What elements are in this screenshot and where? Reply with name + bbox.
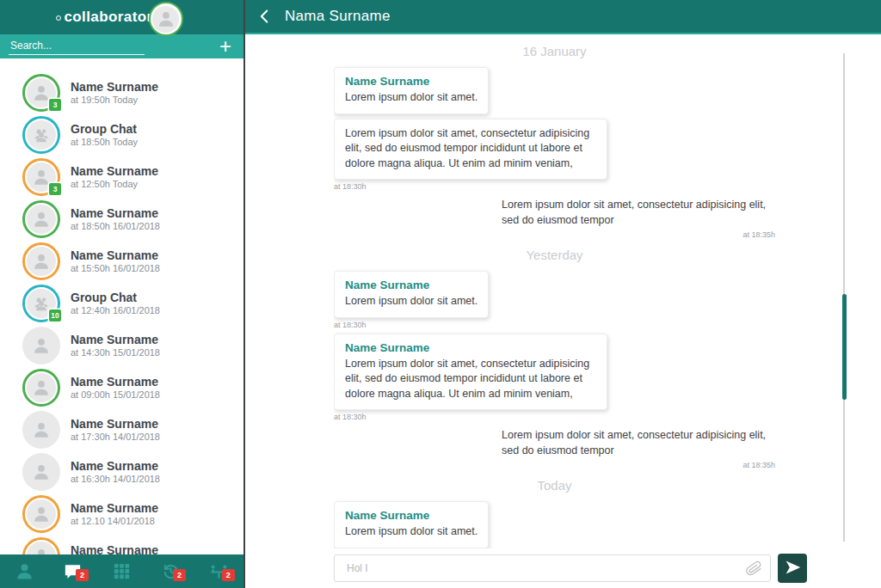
date-separator: Yesterday (334, 248, 775, 262)
message-sender: Name Surname (345, 75, 477, 88)
contact-name: Name Surname (71, 80, 158, 95)
message-bubble: Name SurnameLorem ipsum dolor sit amet. (334, 501, 489, 548)
contact-list-item-group[interactable]: 10Group Chatat 12:40h 16/01/2018 (0, 282, 243, 324)
search-bar: + (0, 34, 243, 58)
contact-list-item[interactable]: Name Surnameat 14:30h 15/01/2018 (0, 324, 243, 366)
contact-list-item[interactable]: Name Surnameat 17:30h 14/01/2018 (0, 408, 243, 450)
contact-avatar (22, 327, 60, 364)
contact-info: Name Surnameat 15:50h 16/01/2018 (71, 248, 160, 274)
date-separator: 16 January (334, 44, 775, 58)
notification-badge: 2 (173, 569, 186, 581)
contact-name: Name Surname (71, 459, 160, 474)
contact-list-item[interactable]: 3Name Surnameat 19:50h Today (0, 71, 243, 113)
contact-list-item[interactable]: Name Surnameat 16:30h 14/01/2018 (0, 450, 243, 493)
chevron-left-icon (256, 7, 278, 26)
message-timestamp: at 18:30h (334, 321, 775, 329)
chat-scrollbar-thumb[interactable] (842, 294, 847, 400)
contact-info: Group Chatat 12:40h 16/01/2018 (71, 291, 160, 316)
message-timestamp: at 18:30h (334, 182, 775, 191)
nav-contacts-button[interactable] (0, 554, 49, 588)
contact-last-activity: at 09:00h 15/01/2018 (71, 389, 160, 400)
message-input-wrap (334, 554, 771, 582)
nav-apps-button[interactable] (97, 554, 146, 588)
notification-badge: 2 (76, 569, 89, 581)
person-icon (27, 247, 56, 276)
sidebar: collaborator + 3Name Surnameat 19:50h To… (0, 0, 245, 588)
contact-avatar (22, 495, 60, 533)
profile-avatar[interactable] (149, 2, 183, 36)
contact-name: Name Surname (71, 501, 158, 516)
bottom-navigation: 222 (0, 554, 243, 588)
contact-info: Group Chatat 18:50h Today (71, 122, 138, 148)
contact-avatar (22, 411, 60, 449)
contact-last-activity: at 19:50h Today (71, 95, 158, 105)
message-sender: Name Surname (345, 341, 596, 354)
message-text: Lorem ipsum dolor sit amet, consectetur … (502, 428, 775, 458)
contact-info: Name Surnameat 12.10 14/01/2018 (71, 501, 158, 527)
message-bubble: Lorem ipsum dolor sit amet, consectetur … (334, 119, 607, 181)
nav-chats-button[interactable]: 2 (49, 554, 98, 588)
back-button[interactable] (256, 5, 278, 28)
person-icon (27, 373, 56, 402)
contact-list-item-group[interactable]: Group Chatat 18:50h Today (0, 113, 243, 156)
chat-header: Nama Surname (245, 0, 881, 34)
outgoing-message: Lorem ipsum dolor sit amet, consectetur … (334, 198, 775, 239)
send-button[interactable] (778, 554, 807, 583)
contact-list-item[interactable]: Name Surnameat 12.10 14/01/2018 (0, 493, 243, 535)
contact-last-activity: at 12:50h Today (71, 179, 158, 189)
person-icon (27, 415, 56, 444)
message-bubble: Name SurnameLorem ipsum dolor sit amet. (334, 67, 489, 114)
contact-name: Name Surname (71, 375, 160, 389)
unread-count-badge: 10 (49, 309, 61, 322)
contact-name: Name Surname (71, 248, 160, 263)
contact-name: Name Surname (71, 206, 160, 221)
contact-name: Name Surname (71, 417, 160, 432)
contact-list-item[interactable]: Name Surnameat 15:50h 16/01/2018 (0, 240, 243, 282)
group-avatar: 10 (22, 285, 60, 322)
contact-list: 3Name Surnameat 19:50h TodayGroup Chatat… (0, 58, 243, 588)
person-icon (27, 457, 56, 487)
nav-meetings-button[interactable]: 2 (194, 554, 243, 588)
contact-last-activity: at 16:30h 14/01/2018 (71, 474, 160, 484)
message-text: Lorem ipsum dolor sit amet, consectetur … (502, 198, 775, 228)
message-timestamp: at 18:35h (742, 461, 775, 469)
contact-info: Name Surnameat 09:00h 15/01/2018 (71, 375, 160, 401)
contact-info: Name Surnameat 19:50h Today (71, 80, 158, 106)
add-contact-button[interactable]: + (216, 38, 235, 55)
message-input[interactable] (334, 554, 771, 582)
contact-list-item[interactable]: Name Surnameat 09:00h 15/01/2018 (0, 366, 243, 408)
contact-avatar (22, 200, 60, 238)
contact-list-item[interactable]: Name Surnameat 18:50h 16/01/2018 (0, 198, 243, 240)
logo-text: collaborator (64, 9, 152, 26)
contact-last-activity: at 18:50h Today (71, 137, 138, 147)
message-text: Lorem ipsum dolor sit amet, consectetur … (345, 357, 596, 402)
person-icon (15, 561, 34, 581)
contact-info: Name Surnameat 16:30h 14/01/2018 (71, 459, 160, 485)
message-bubble: Name SurnameLorem ipsum dolor sit amet. (334, 271, 489, 318)
nav-history-button[interactable]: 2 (146, 554, 195, 588)
unread-count-badge: 3 (49, 99, 61, 111)
contact-last-activity: at 12:40h 16/01/2018 (71, 305, 160, 315)
message-text: Lorem ipsum dolor sit amet. (345, 524, 477, 540)
contact-list-item[interactable]: 3Name Surnameat 12:50h Today (0, 156, 243, 198)
message-timestamp: at 18:30h (334, 413, 775, 421)
outgoing-message: Lorem ipsum dolor sit amet, consectetur … (334, 428, 775, 469)
contact-last-activity: at 15:50h 16/01/2018 (71, 263, 160, 273)
message-sender: Name Surname (345, 509, 477, 522)
grid-icon (112, 561, 132, 581)
paperclip-icon[interactable] (745, 560, 762, 577)
contact-avatar: 3 (22, 74, 60, 112)
chat-scrollbar-track[interactable] (843, 53, 845, 542)
message-bubble: Name SurnameLorem ipsum dolor sit amet, … (334, 334, 607, 411)
message-history: 16 JanuaryName SurnameLorem ipsum dolor … (334, 36, 775, 548)
person-icon (27, 499, 56, 529)
contact-last-activity: at 14:30h 15/01/2018 (71, 347, 160, 358)
contact-avatar: 3 (22, 158, 60, 196)
logo-dot-icon (56, 15, 61, 21)
message-text: Lorem ipsum dolor sit amet. (345, 294, 477, 309)
search-input[interactable] (9, 38, 145, 55)
message-text: Lorem ipsum dolor sit amet, consectetur … (345, 126, 596, 172)
incoming-message: Name SurnameLorem ipsum dolor sit amet.a… (334, 271, 775, 329)
incoming-message: Name SurnameLorem ipsum dolor sit amet.a… (334, 501, 775, 548)
date-separator: Today (334, 478, 775, 493)
